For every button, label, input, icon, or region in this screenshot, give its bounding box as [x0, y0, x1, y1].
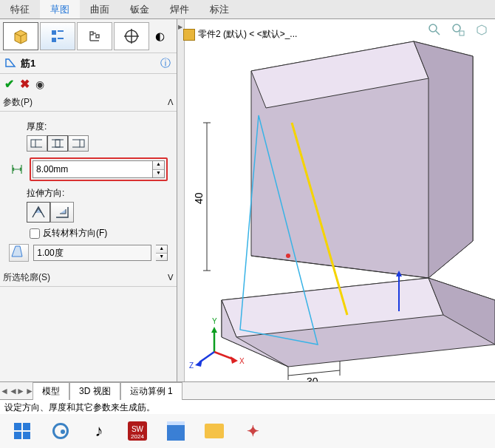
tab-sketch[interactable]: 草图: [40, 0, 80, 18]
draft-icon[interactable]: [9, 244, 29, 262]
flip-material-row: 反转材料方向(F): [30, 227, 171, 240]
thickness-side-both[interactable]: [47, 135, 68, 152]
svg-text:Y: Y: [212, 317, 217, 325]
thickness-side-1[interactable]: [27, 135, 47, 152]
draft-spinner[interactable]: ▲▼: [156, 245, 168, 261]
svg-text:X: X: [239, 357, 245, 365]
svg-marker-46: [231, 356, 238, 364]
panel-tabs-more[interactable]: ◐: [151, 22, 168, 50]
view-orientation-icon[interactable]: [474, 22, 491, 38]
contour-section-header[interactable]: 所选轮廓(S) ᐯ: [0, 269, 177, 287]
part-title: 零件2 (默认) < <默认>_...: [198, 28, 297, 41]
flip-material-label: 反转材料方向(F): [43, 227, 107, 240]
svg-text:30: 30: [307, 376, 318, 381]
svg-point-16: [429, 24, 437, 32]
extrude-dir-buttons: [27, 202, 171, 223]
svg-rect-13: [80, 140, 84, 147]
feature-manager-tab[interactable]: [3, 22, 38, 50]
menu-tabs: 特征 草图 曲面 钣金 焊件 标注: [0, 0, 495, 19]
tab-surface[interactable]: 曲面: [80, 0, 120, 18]
start-button[interactable]: [12, 421, 33, 441]
svg-rect-3: [58, 38, 64, 39]
svg-rect-2: [52, 38, 56, 42]
svg-text:Z: Z: [189, 362, 194, 370]
status-bar: 设定方向、厚度和其它参数来生成筋。: [0, 399, 495, 414]
params-section-header[interactable]: 参数(P) ᐱ: [0, 94, 177, 112]
params-section: 厚度: ▲▼ 拉伸方向:: [0, 112, 177, 269]
preview-toggle[interactable]: ◉: [35, 78, 44, 90]
tab-scroll-right[interactable]: ►►: [16, 386, 33, 396]
bottom-tab-motion[interactable]: 运动算例 1: [120, 382, 182, 400]
contour-label: 所选轮廓(S): [3, 271, 50, 284]
params-label: 参数(P): [3, 96, 33, 109]
extrude-dir-parallel[interactable]: [27, 202, 50, 223]
bottom-tab-bar: ◄◄ ►► 模型 3D 视图 运动算例 1: [0, 381, 495, 399]
property-manager: ◐ 筋1 ⓘ ✔ ✖ ◉ 参数(P) ᐱ 厚度:: [0, 19, 177, 381]
graphics-viewport[interactable]: 零件2 (默认) < <默认>_...: [177, 19, 495, 381]
thickness-spinner[interactable]: ▲▼: [153, 160, 165, 178]
edge-icon[interactable]: [50, 421, 71, 441]
windows-taskbar: ♪ SW2024 ✦: [0, 414, 495, 448]
svg-marker-43: [211, 327, 217, 333]
feature-name: 筋1: [21, 57, 35, 70]
tab-scroll-left[interactable]: ◄◄: [0, 386, 16, 396]
svg-line-45: [214, 352, 233, 359]
bottom-tab-3dview[interactable]: 3D 视图: [69, 382, 120, 400]
notepad-icon[interactable]: [165, 421, 186, 441]
svg-rect-19: [460, 31, 464, 35]
svg-marker-49: [195, 359, 202, 367]
part-icon: [183, 29, 195, 41]
help-icon[interactable]: ⓘ: [160, 57, 171, 70]
thickness-side-buttons: [27, 135, 171, 152]
feature-header: 筋1 ⓘ: [0, 53, 177, 74]
svg-line-34: [288, 370, 340, 376]
file-explorer-icon[interactable]: [204, 421, 225, 441]
panel-tabs: ◐: [0, 19, 177, 53]
draft-row: ▲▼: [9, 244, 168, 262]
thickness-value-row: ▲▼: [9, 157, 168, 181]
property-manager-tab[interactable]: [40, 22, 75, 50]
svg-line-17: [436, 31, 440, 35]
viewport-toolbar: [427, 22, 491, 38]
bottom-tab-model[interactable]: 模型: [33, 382, 69, 400]
config-manager-tab[interactable]: [77, 22, 112, 50]
tab-weldment[interactable]: 焊件: [160, 0, 199, 18]
confirm-row: ✔ ✖ ◉: [0, 74, 177, 94]
thickness-label: 厚度:: [27, 121, 171, 133]
svg-rect-10: [55, 140, 60, 147]
tab-feature[interactable]: 特征: [0, 0, 40, 18]
chevron-down-icon: ᐯ: [168, 273, 174, 282]
flyout-tree-root[interactable]: 零件2 (默认) < <默认>_...: [183, 28, 297, 41]
thickness-dim-icon: [9, 161, 25, 177]
dimxpert-tab[interactable]: [114, 22, 149, 50]
tab-annotation[interactable]: 标注: [199, 0, 239, 18]
thickness-highlight: ▲▼: [30, 157, 168, 181]
solidworks-icon[interactable]: SW2024: [127, 421, 148, 441]
svg-rect-0: [52, 30, 56, 35]
model-render: 40 30 Y X Z: [177, 19, 495, 381]
tab-sheetmetal[interactable]: 钣金: [120, 0, 160, 18]
ai-app-icon[interactable]: ✦: [242, 421, 263, 441]
extrude-dir-normal[interactable]: [50, 202, 74, 223]
thickness-side-2[interactable]: [68, 135, 89, 152]
flyout-collapse[interactable]: [177, 19, 185, 381]
svg-text:40: 40: [193, 192, 205, 204]
zoom-area-icon[interactable]: [451, 22, 467, 38]
extrude-label: 拉伸方向:: [27, 187, 171, 200]
svg-point-38: [286, 254, 290, 258]
music-app-icon[interactable]: ♪: [89, 421, 109, 441]
thickness-input[interactable]: [33, 160, 153, 178]
cancel-button[interactable]: ✖: [20, 77, 30, 91]
svg-rect-1: [58, 30, 64, 32]
ok-button[interactable]: ✔: [4, 77, 14, 91]
chevron-up-icon: ᐱ: [168, 98, 174, 107]
svg-rect-7: [31, 140, 35, 147]
flip-material-checkbox[interactable]: [30, 228, 40, 239]
zoom-fit-icon[interactable]: [427, 22, 443, 38]
rib-icon: [4, 56, 16, 70]
draft-input[interactable]: [33, 245, 151, 261]
